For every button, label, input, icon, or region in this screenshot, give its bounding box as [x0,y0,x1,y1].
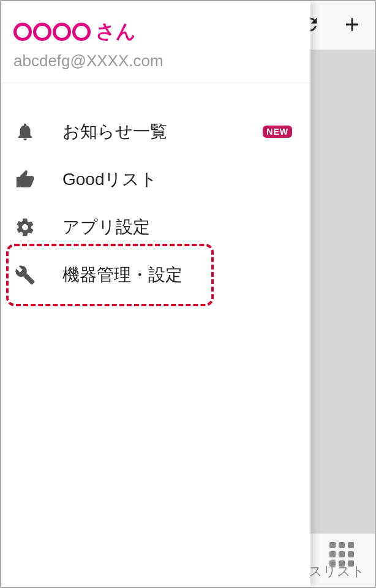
drawer-header: さん abcdefg@XXXX.com [1,1,310,83]
plus-icon [342,14,363,35]
user-name-suffix: さん [96,18,136,45]
wrench-icon [13,263,37,287]
add-button[interactable] [342,14,363,37]
user-name-placeholder [13,23,91,41]
drawer-menu: お知らせ一覧 NEW Goodリスト アプリ設定 機器 [1,83,310,299]
menu-label: お知らせ一覧 [62,120,167,143]
menu-item-app-settings[interactable]: アプリ設定 [1,203,310,251]
new-badge: NEW [263,126,292,138]
user-name-row: さん [13,18,298,45]
app-root: ビスリスト さん abcdefg@XXXX.com お知らせ一覧 NEW [0,0,376,588]
menu-item-device-management[interactable]: 機器管理・設定 [1,251,310,299]
menu-item-good-list[interactable]: Goodリスト [1,156,310,203]
navigation-drawer: さん abcdefg@XXXX.com お知らせ一覧 NEW Goodリスト [1,1,310,587]
menu-label: Goodリスト [62,168,158,191]
user-email: abcdefg@XXXX.com [13,51,298,70]
menu-item-notifications[interactable]: お知らせ一覧 NEW [1,108,310,156]
gear-icon [13,216,37,239]
menu-label: アプリ設定 [62,216,150,239]
thumbs-up-icon [13,168,37,191]
menu-label: 機器管理・設定 [62,263,182,287]
bell-icon [13,120,37,143]
